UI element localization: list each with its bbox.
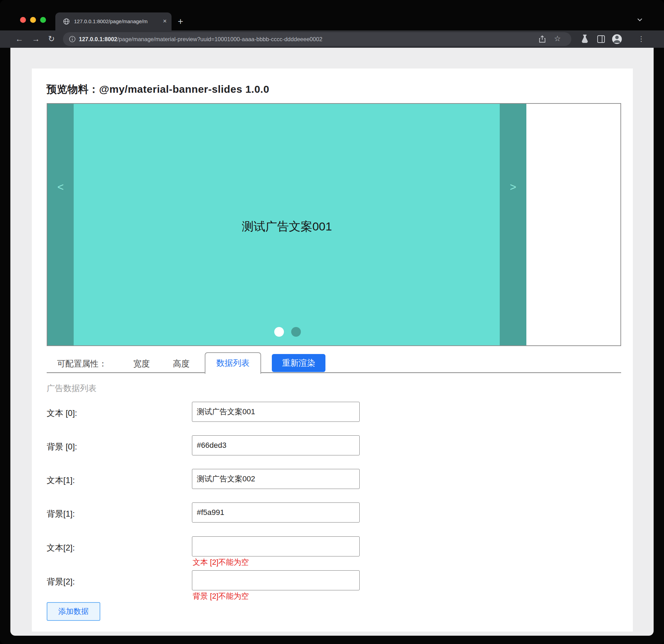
tab-close-icon[interactable]: × bbox=[163, 12, 167, 30]
favicon-globe-icon bbox=[63, 18, 70, 25]
browser-window: 127.0.0.1:8002/page/manage/m × + ← → ↻ 1… bbox=[0, 0, 664, 644]
profile-avatar[interactable] bbox=[611, 30, 622, 48]
label-text-1: 文本[1]: bbox=[47, 475, 75, 486]
maximize-window-button[interactable] bbox=[40, 17, 46, 23]
label-text-2: 文本[2]: bbox=[47, 542, 75, 553]
browser-toolbar: ← → ↻ 127.0.0.1:8002/page/manage/materia… bbox=[0, 30, 664, 48]
tab-title: 127.0.0.1:8002/page/manage/m bbox=[74, 12, 156, 30]
carousel-next-arrow[interactable]: > bbox=[500, 181, 526, 193]
label-bg-2: 背景[2]: bbox=[47, 576, 75, 587]
site-info-icon[interactable] bbox=[69, 36, 76, 43]
reload-button[interactable]: ↻ bbox=[48, 30, 55, 48]
page-background: 预览物料：@my/material-banner-slides 1.0.0 < … bbox=[10, 48, 654, 636]
input-bg-0[interactable] bbox=[192, 435, 360, 455]
side-panel-icon[interactable] bbox=[596, 30, 605, 48]
extension-flask-icon[interactable] bbox=[580, 30, 589, 48]
page-title: 预览物料：@my/material-banner-slides 1.0.0 bbox=[46, 82, 269, 97]
url-path: /page/manage/material-preview?uuid=10001… bbox=[117, 36, 322, 42]
minimize-window-button[interactable] bbox=[30, 17, 36, 23]
tab-row-divider bbox=[47, 372, 621, 373]
label-bg-1: 背景[1]: bbox=[47, 508, 75, 519]
carousel-dot-active[interactable] bbox=[274, 327, 284, 337]
carousel-dots bbox=[274, 327, 301, 337]
add-data-button[interactable]: 添加数据 bbox=[47, 602, 100, 621]
carousel-prev-arrow[interactable]: < bbox=[47, 181, 74, 193]
error-text-2: 文本 [2]不能为空 bbox=[193, 557, 249, 568]
share-icon[interactable] bbox=[538, 35, 546, 43]
error-bg-2: 背景 [2]不能为空 bbox=[193, 591, 249, 601]
tab-height[interactable]: 高度 bbox=[173, 358, 190, 369]
carousel-left-overlay bbox=[47, 104, 74, 345]
form-section-title: 广告数据列表 bbox=[47, 383, 96, 394]
re-render-button[interactable]: 重新渲染 bbox=[272, 354, 325, 372]
tab-data-list-active[interactable]: 数据列表 bbox=[205, 352, 261, 374]
back-button[interactable]: ← bbox=[15, 30, 23, 48]
url-host: 127.0.0.1:8002 bbox=[79, 36, 117, 42]
tab-strip: 127.0.0.1:8002/page/manage/m × + bbox=[0, 0, 664, 30]
bookmark-star-icon[interactable]: ☆ bbox=[554, 32, 561, 46]
carousel-slide: < > 测试广告文案001 bbox=[47, 104, 526, 345]
carousel-right-overlay bbox=[500, 104, 526, 345]
banner-carousel-preview: < > 测试广告文案001 bbox=[47, 103, 621, 346]
browser-tab[interactable]: 127.0.0.1:8002/page/manage/m × bbox=[55, 12, 172, 30]
input-bg-1[interactable] bbox=[192, 502, 360, 523]
url-text: 127.0.0.1:8002/page/manage/material-prev… bbox=[79, 32, 322, 46]
new-tab-button[interactable]: + bbox=[178, 15, 183, 28]
label-bg-0: 背景 [0]: bbox=[47, 441, 77, 452]
close-window-button[interactable] bbox=[20, 17, 26, 23]
forward-button[interactable]: → bbox=[32, 30, 40, 48]
carousel-dot[interactable] bbox=[291, 327, 301, 337]
label-text-0: 文本 [0]: bbox=[47, 408, 77, 419]
tab-width[interactable]: 宽度 bbox=[133, 358, 150, 369]
input-text-0[interactable] bbox=[192, 402, 360, 422]
tab-search-chevron-icon[interactable] bbox=[637, 18, 643, 21]
input-text-1[interactable] bbox=[192, 469, 360, 489]
input-text-2[interactable] bbox=[192, 536, 360, 556]
config-bar-label: 可配置属性： bbox=[57, 358, 107, 369]
address-bar[interactable]: 127.0.0.1:8002/page/manage/material-prev… bbox=[63, 32, 571, 46]
overflow-menu-icon[interactable]: ⋮ bbox=[638, 30, 645, 48]
input-bg-2[interactable] bbox=[192, 570, 360, 590]
carousel-slide-text: 测试广告文案001 bbox=[74, 219, 500, 235]
content-card: 预览物料：@my/material-banner-slides 1.0.0 < … bbox=[32, 69, 633, 632]
